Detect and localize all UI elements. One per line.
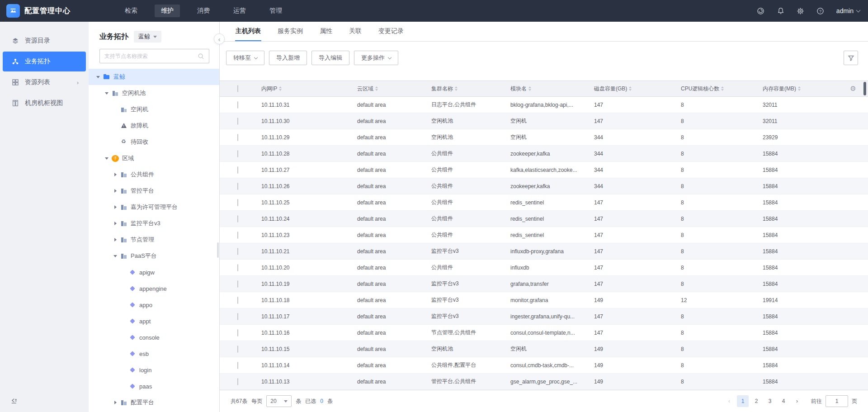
goto-page-input[interactable] bbox=[826, 395, 848, 407]
settings-gear-icon[interactable] bbox=[797, 7, 805, 15]
row-checkbox[interactable] bbox=[237, 101, 238, 109]
table-row[interactable]: 10.11.10.26 default area 公共组件 zookeeper,… bbox=[220, 178, 868, 194]
tree-caret-icon[interactable] bbox=[104, 155, 110, 162]
row-checkbox[interactable] bbox=[237, 166, 238, 174]
toolbar-button[interactable]: 导入新增 bbox=[269, 51, 307, 65]
table-row[interactable]: 10.11.10.29 default area 空闲机池 空闲机 344 8 … bbox=[220, 129, 868, 146]
top-nav-item[interactable]: 维护 bbox=[155, 5, 180, 17]
tree-caret-icon[interactable] bbox=[112, 399, 119, 406]
tree-node[interactable]: 子 区域 bbox=[89, 150, 219, 166]
top-nav-item[interactable]: 运营 bbox=[227, 5, 252, 17]
top-nav-item[interactable]: 消费 bbox=[191, 5, 216, 17]
row-checkbox[interactable] bbox=[237, 150, 238, 157]
table-row[interactable]: 10.11.10.21 default area 监控平台v3 influxdb… bbox=[220, 243, 868, 260]
table-row[interactable]: 10.11.10.25 default area 公共组件 redis_sent… bbox=[220, 194, 868, 211]
sort-icon[interactable] bbox=[721, 86, 724, 91]
sort-icon[interactable] bbox=[279, 86, 282, 91]
row-checkbox[interactable] bbox=[237, 199, 238, 206]
column-header[interactable]: 磁盘容量(GB) bbox=[594, 85, 681, 93]
tree-search-input[interactable] bbox=[104, 53, 198, 59]
table-row[interactable]: 10.11.10.16 default area 节点管理,公共组件 consu… bbox=[220, 325, 868, 341]
sort-icon[interactable] bbox=[375, 86, 378, 91]
row-checkbox[interactable] bbox=[237, 264, 238, 271]
row-checkbox[interactable] bbox=[237, 183, 238, 190]
tree-scrollbar-thumb[interactable] bbox=[217, 242, 219, 258]
tree-node[interactable]: appt bbox=[89, 313, 219, 329]
row-checkbox[interactable] bbox=[237, 134, 238, 141]
tree-node[interactable]: 管控平台 bbox=[89, 183, 219, 199]
tree-caret-icon[interactable] bbox=[121, 285, 127, 292]
business-selector[interactable]: 蓝鲸 bbox=[134, 31, 161, 43]
tree-caret-icon[interactable] bbox=[104, 90, 110, 97]
toolbar-button[interactable]: 转移至 bbox=[226, 51, 264, 65]
toolbar-button[interactable]: 导入编辑 bbox=[311, 51, 349, 65]
row-checkbox[interactable] bbox=[237, 280, 238, 288]
column-header[interactable]: CPU逻辑核心数 bbox=[681, 85, 763, 93]
tree-node[interactable]: apigw bbox=[89, 264, 219, 280]
tree-node[interactable]: 蓝鲸 bbox=[89, 69, 219, 85]
user-menu[interactable]: admin bbox=[836, 7, 860, 14]
table-row[interactable]: 10.11.10.13 default area 管控平台,公共组件 gse_a… bbox=[220, 374, 868, 390]
tree-node[interactable]: 监控平台v3 bbox=[89, 215, 219, 232]
tree-caret-icon[interactable] bbox=[112, 171, 119, 178]
table-row[interactable]: 10.11.10.28 default area 公共组件 zookeeper,… bbox=[220, 146, 868, 162]
tab[interactable]: 服务实例 bbox=[277, 22, 303, 41]
tree-caret-icon[interactable] bbox=[121, 302, 127, 308]
sort-icon[interactable] bbox=[528, 86, 531, 91]
filter-button[interactable] bbox=[844, 51, 858, 65]
column-header[interactable]: 内网IP bbox=[261, 85, 357, 93]
page-number-button[interactable]: 2 bbox=[750, 395, 762, 407]
tab[interactable]: 属性 bbox=[319, 22, 333, 41]
table-row[interactable]: 10.11.10.20 default area 公共组件 influxdb 1… bbox=[220, 260, 868, 276]
tree-caret-icon[interactable] bbox=[112, 123, 119, 129]
tree-node[interactable]: appo bbox=[89, 297, 219, 313]
tab[interactable]: 主机列表 bbox=[235, 22, 261, 41]
table-row[interactable]: 10.11.10.23 default area 公共组件 redis_sent… bbox=[220, 227, 868, 243]
tree-node[interactable]: PaaS平台 bbox=[89, 248, 219, 264]
tree-caret-icon[interactable] bbox=[121, 383, 127, 390]
page-number-button[interactable]: 4 bbox=[778, 395, 789, 407]
tree-node[interactable]: console bbox=[89, 329, 219, 346]
tree-caret-icon[interactable] bbox=[121, 350, 127, 357]
sidebar-item[interactable]: 资源列表 › bbox=[3, 72, 86, 92]
tree-caret-icon[interactable] bbox=[95, 74, 102, 81]
sidebar-item[interactable]: 机房机柜视图 › bbox=[3, 93, 86, 113]
tree-node[interactable]: esb bbox=[89, 346, 219, 362]
notification-bell-icon[interactable] bbox=[777, 7, 785, 15]
row-checkbox[interactable] bbox=[237, 118, 238, 125]
row-checkbox[interactable] bbox=[237, 248, 238, 255]
table-row[interactable]: 10.11.10.30 default area 空闲机池 空闲机 147 8 … bbox=[220, 113, 868, 129]
tree-node[interactable]: 节点管理 bbox=[89, 232, 219, 248]
tree-caret-icon[interactable] bbox=[112, 253, 119, 260]
tree-caret-icon[interactable] bbox=[121, 269, 127, 276]
toolbar-button[interactable]: 更多操作 bbox=[354, 51, 398, 65]
row-checkbox[interactable] bbox=[237, 346, 238, 353]
tree-node[interactable]: 嘉为许可管理平台 bbox=[89, 199, 219, 215]
column-header[interactable]: 内存容量(MB) bbox=[763, 85, 838, 93]
tree-caret-icon[interactable] bbox=[112, 139, 119, 146]
column-header[interactable]: 云区域 bbox=[357, 85, 431, 93]
tree-caret-icon[interactable] bbox=[112, 106, 119, 113]
table-scrollbar-thumb[interactable] bbox=[863, 82, 866, 95]
workspace-icon[interactable] bbox=[757, 7, 765, 15]
tree-node[interactable]: paas bbox=[89, 378, 219, 394]
row-checkbox[interactable] bbox=[237, 329, 238, 336]
column-header[interactable]: 模块名 bbox=[510, 85, 594, 93]
tree-caret-icon[interactable] bbox=[121, 334, 127, 341]
page-number-button[interactable]: 3 bbox=[764, 395, 776, 407]
tree-node[interactable]: 空闲机 bbox=[89, 101, 219, 118]
row-checkbox[interactable] bbox=[237, 232, 238, 239]
per-page-select[interactable]: 20 bbox=[266, 395, 292, 407]
row-checkbox[interactable] bbox=[237, 215, 238, 223]
tree-node[interactable]: 故障机 bbox=[89, 118, 219, 134]
select-all-checkbox[interactable] bbox=[237, 85, 238, 92]
top-nav-item[interactable]: 检索 bbox=[118, 5, 144, 17]
sort-icon[interactable] bbox=[629, 86, 632, 91]
table-row[interactable]: 10.11.10.31 default area 日志平台,公共组件 bklog… bbox=[220, 97, 868, 113]
sidebar-item[interactable]: 业务拓扑 › bbox=[3, 52, 86, 71]
tree-node[interactable]: 配置平台 bbox=[89, 394, 219, 411]
sidebar-collapse-icon[interactable] bbox=[10, 397, 18, 405]
tree-caret-icon[interactable] bbox=[112, 237, 119, 243]
sort-icon[interactable] bbox=[455, 86, 458, 91]
table-row[interactable]: 10.11.10.18 default area 监控平台v3 monitor,… bbox=[220, 292, 868, 308]
